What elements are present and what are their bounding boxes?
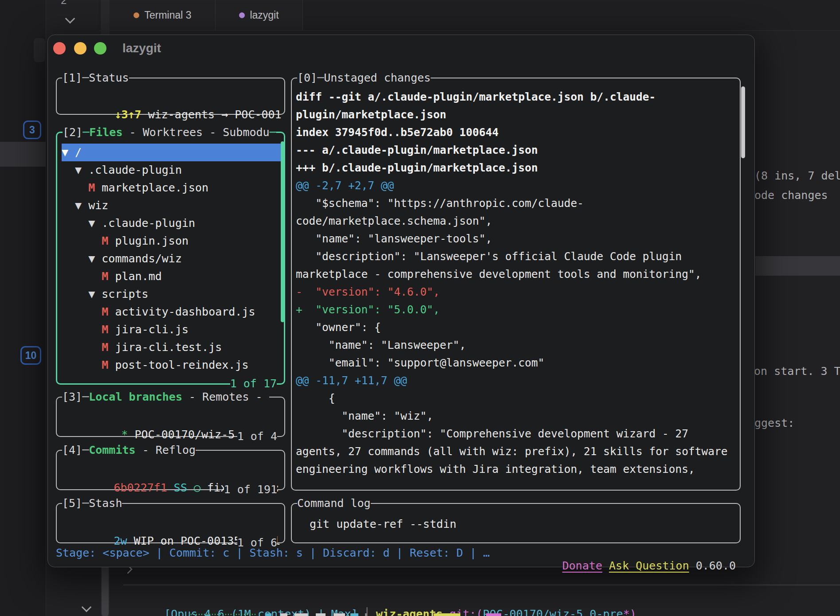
window-title: lazygit (122, 41, 161, 55)
file-row[interactable]: M jira-cli.test.js (62, 339, 281, 356)
panel-command-log[interactable]: Command log git update-ref --stdin (291, 503, 741, 543)
tree-indent (62, 305, 102, 318)
zoom-button[interactable] (94, 42, 106, 55)
tree-indent (62, 270, 102, 283)
commit-author-initials: SS (174, 481, 187, 494)
files-scrollbar-thumb[interactable] (281, 141, 284, 322)
close-button[interactable] (53, 42, 66, 55)
collapsed-section-hint: 2 (61, 0, 67, 7)
terminal-dot-icon (239, 12, 245, 18)
tab-label: Terminal 3 (144, 9, 191, 21)
editor-sidebar (0, 0, 46, 616)
tree-indent (62, 181, 88, 194)
ask-question-link[interactable]: Ask Question (609, 559, 689, 572)
diff-line: { (296, 390, 737, 407)
diff-line: "description": "Lansweeper's official Cl… (296, 248, 737, 265)
diff-line: marketplace - comprehensive development … (296, 265, 737, 283)
panel-commits[interactable]: [4]─Commits - Reflog 6b0227f1SS○fix(hook… (56, 450, 285, 490)
terminal-tabbar: Terminal 3 lazygit (99, 0, 840, 31)
file-row[interactable]: ▼ .claude-plugin (62, 214, 281, 232)
chevron-down-icon[interactable] (65, 14, 75, 24)
shell-status-line: [Opus 4.6 (1M context) | Max]│wiz-agents… (137, 595, 636, 616)
background-widget (34, 38, 45, 62)
current-branch-star: * (114, 428, 128, 441)
file-name: plugin.json (115, 234, 188, 247)
tree-indent (62, 359, 102, 371)
diff-line: --- a/.claude-plugin/marketplace.json (296, 141, 737, 159)
files-counter: 1 of 17 (230, 377, 277, 391)
panel-diff-title: [0]─Unstaged changes (297, 71, 431, 85)
file-name: jira-cli.js (115, 323, 188, 336)
tab-terminal-3[interactable]: Terminal 3 (109, 0, 216, 30)
tree-expand-icon: ▼ (62, 199, 88, 212)
file-row[interactable]: M post-tool-reindex.js (62, 356, 281, 374)
file-name: .claude-plugin (102, 217, 195, 230)
file-row[interactable]: ▼ / (62, 144, 281, 161)
modified-flag: M (102, 234, 108, 247)
keybind-hints: Stage: <space> | Commit: c | Stash: s | … (56, 546, 490, 585)
tree-indent (62, 234, 102, 247)
file-name: / (75, 146, 82, 159)
tree-expand-icon: ▼ (62, 217, 102, 230)
file-tree: ▼ / ▼ .claude-plugin M marketplace.json … (62, 144, 281, 374)
tree-expand-icon: ▼ (62, 288, 102, 300)
file-name: .claude-plugin (88, 164, 182, 176)
file-name: marketplace.json (102, 181, 208, 194)
diff-scrollbar-thumb[interactable] (741, 86, 745, 158)
modified-flag: M (102, 270, 108, 283)
diff-line: engineering workflows with Jira integrat… (296, 460, 737, 478)
file-row[interactable]: M activity-dashboard.js (62, 303, 281, 321)
panel-unstaged-changes[interactable]: [0]─Unstaged changes diff --git a/.claud… (291, 78, 741, 491)
lazygit-window: lazygit [1]─Status ↓3↑7wiz-agents → POC-… (47, 35, 755, 567)
diff-line: "description": "Comprehensive developmen… (296, 425, 737, 443)
donate-link[interactable]: Donate (562, 559, 602, 572)
branches-counter: 1 of 4 (237, 429, 277, 444)
diff-line: "name": "lansweeper-tools", (296, 230, 737, 248)
commit-hash: 6b0227f1 (114, 481, 167, 494)
ahead-behind-indicator: ↓3↑7 (114, 108, 141, 121)
file-row[interactable]: M marketplace.json (62, 179, 281, 197)
file-name: plan.md (115, 270, 161, 283)
file-name: wiz (88, 199, 108, 212)
commits-counter: 1 of 191 (224, 483, 277, 497)
file-row[interactable]: ▼ commands/wiz (62, 250, 281, 268)
modified-flag: M (102, 341, 108, 354)
tab-lazygit[interactable]: lazygit (215, 0, 303, 30)
tree-indent (62, 341, 102, 354)
file-row[interactable]: ▼ wiz (62, 197, 281, 214)
file-row[interactable]: M plan.md (62, 268, 281, 285)
file-row[interactable]: ▼ .claude-plugin (62, 161, 281, 179)
file-name: commands/wiz (102, 252, 182, 265)
screen: 2 3 10 Terminal 3 lazygit (8 ins, 7 del … (0, 0, 840, 616)
file-name: scripts (102, 288, 148, 300)
file-row[interactable]: M plugin.json (62, 232, 281, 250)
panel-status[interactable]: [1]─Status ↓3↑7wiz-agents → POC-00170/wi… (56, 78, 285, 115)
panel-branches[interactable]: [3]─Local branches - Remotes - *POC-0017… (56, 397, 285, 437)
panel-files[interactable]: [2]─Files - Worktrees - Submodu─ ▼ / ▼ .… (56, 132, 285, 385)
file-row[interactable]: ▼ scripts (62, 285, 281, 303)
background-text: ode changes (754, 189, 828, 202)
dotted-progress-fragment (190, 613, 256, 616)
stash-age: 2w (114, 534, 127, 547)
modified-flag: M (88, 181, 95, 194)
git-branch: POC-00170/wiz-5.0-pre (483, 608, 623, 616)
diff-line: "name": "Lansweeper", (296, 336, 737, 354)
diff-line: diff --git a/.claude-plugin/marketplace.… (296, 88, 737, 106)
diff-line: "$schema": "https://anthropic.com/claude… (296, 195, 737, 212)
keybind-bar: Stage: <space> | Commit: c | Stash: s | … (56, 546, 736, 585)
panel-branches-title: [3]─Local branches - Remotes - (62, 390, 269, 404)
hint-badge: 10 (20, 346, 41, 365)
file-row[interactable]: M jira-cli.js (62, 321, 281, 339)
file-name: activity-dashboard.js (115, 305, 255, 318)
file-name: jira-cli.test.js (115, 341, 222, 354)
background-text: on start. 3 T (754, 365, 840, 378)
minimize-button[interactable] (74, 42, 86, 55)
panel-commits-title: [4]─Commits - Reflog (62, 443, 196, 457)
repo-name: wiz-agents (376, 608, 443, 616)
separator: │ (364, 608, 370, 616)
chevron-down-icon[interactable] (82, 602, 92, 612)
diff-content: diff --git a/.claude-plugin/marketplace.… (296, 88, 737, 478)
tree-expand-icon: ▼ (62, 146, 75, 159)
panel-stash[interactable]: [5]─Stash 2wWIP on POC-00135/quill-agent… (56, 503, 285, 543)
modified-flag: M (102, 359, 108, 371)
